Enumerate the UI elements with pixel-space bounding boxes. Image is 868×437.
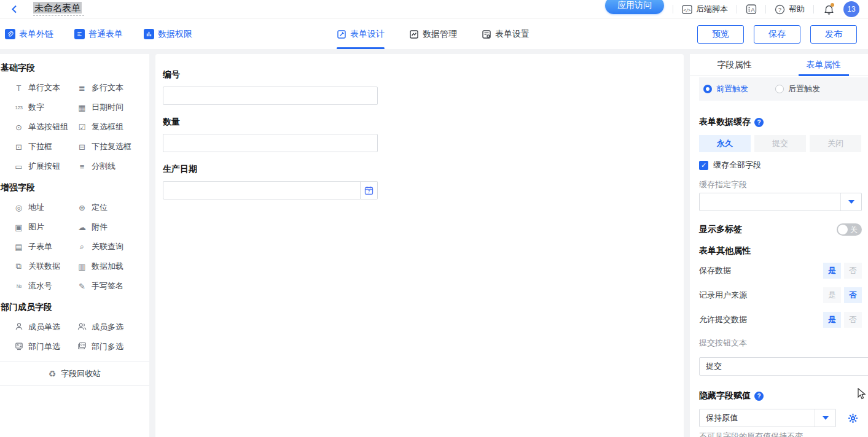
field-input-number-id[interactable] [163,87,378,105]
app-access-button[interactable]: 应用访问 [605,0,664,14]
help-icon: ? [775,4,785,15]
form-title[interactable]: 未命名表单 [33,2,82,14]
back-button[interactable] [9,3,21,15]
field-item-address[interactable]: ◎地址 [14,198,77,217]
field-item-multi-select[interactable]: ⊟下拉复选框 [77,137,149,157]
field-input-quantity[interactable] [163,134,378,152]
field-item-linked-data[interactable]: ⧉关联数据 [14,257,77,276]
canvas-field-quantity[interactable]: 数量 [163,117,684,152]
toggle-state-label: 关 [850,225,858,235]
no-badge[interactable]: 否 [844,312,862,328]
field-item-radio-group[interactable]: ⊙单选按钮组 [14,117,77,137]
field-item-member-multi[interactable]: 成员多选 [77,317,149,337]
field-item-subform[interactable]: ▤子表单 [14,237,77,257]
field-item-member-single[interactable]: 成员单选 [14,317,77,337]
divider [737,5,737,14]
field-item-multi-line-text[interactable]: ≣多行文本 [77,78,149,98]
section-title-member-fields: 部门成员字段 [0,302,149,313]
segment-permanent[interactable]: 永久 [699,135,751,152]
radio-post-trigger[interactable]: 后置触发 [775,83,820,95]
section-title-enhanced-fields: 增强字段 [0,182,149,193]
tab-form-design[interactable]: 表单设计 [337,19,385,49]
language-button[interactable]: A [746,4,757,14]
svg-text:A: A [751,7,754,13]
radio-selected-icon [703,85,712,93]
address-icon: ◎ [14,203,24,212]
notifications-button[interactable] [823,3,835,15]
cache-specify-select[interactable] [699,193,862,211]
no-badge[interactable]: 否 [844,263,862,279]
hidden-assign-select[interactable]: 保持原值 [699,409,836,427]
submit-button-text-label: 提交按钮文本 [699,338,862,349]
single-line-text-icon: T [14,83,24,93]
segment-close[interactable]: 关闭 [810,135,861,152]
canvas-field-production-date[interactable]: 生产日期 7 [163,164,684,199]
field-recycle-bin[interactable]: ♻ 字段回收站 [0,362,149,386]
tab-field-properties[interactable]: 字段属性 [690,54,779,75]
field-item-data-load[interactable]: ▥数据加载 [77,257,149,276]
field-item-number[interactable]: 123数字 [14,98,77,117]
canvas-field-number-id[interactable]: 编号 [163,69,684,105]
multi-tab-toggle[interactable]: 关 [837,223,862,236]
field-item-select[interactable]: ⊡下拉框 [14,137,77,157]
cache-all-fields-checkbox[interactable]: ✓ 缓存全部字段 [699,160,862,171]
help-tooltip-icon[interactable]: ? [754,392,764,401]
publish-button[interactable]: 发布 [810,25,857,44]
svg-text:?: ? [778,6,781,13]
tab-form-external-link[interactable]: 表单外链 [5,29,53,40]
field-item-datetime[interactable]: ▦日期时间 [77,98,149,117]
location-icon: ⊕ [77,203,87,212]
tab-data-management[interactable]: 数据管理 [409,19,457,49]
department-icon [14,342,24,352]
field-label: 生产日期 [163,164,684,175]
radio-unselected-icon [775,85,784,93]
field-item-extend-button[interactable]: ▭扩展按钮 [14,157,77,176]
submit-button-text-input[interactable] [699,357,868,376]
tab-form-settings[interactable]: 表单设置 [482,19,530,49]
avatar[interactable]: 13 [843,1,859,17]
field-item-linked-query[interactable]: ⌕关联查询 [77,237,149,257]
field-item-dept-single[interactable]: 部门单选 [14,337,77,357]
section-title-basic-fields: 基础字段 [0,63,149,74]
option-label: 允许提交数据 [699,314,747,325]
field-item-single-line-text[interactable]: T单行文本 [14,78,77,98]
yes-badge[interactable]: 是 [823,312,841,328]
segment-submit[interactable]: 提交 [754,135,806,152]
field-item-dept-multi[interactable]: 部门多选 [77,337,149,357]
field-item-image[interactable]: ▣图片 [14,217,77,237]
tab-form-properties[interactable]: 表单属性 [779,54,868,75]
yes-badge[interactable]: 是 [823,287,841,303]
field-input-production-date[interactable] [163,181,361,199]
divider [813,5,814,14]
svg-text:7: 7 [368,190,370,194]
date-picker-button[interactable]: 7 [361,181,378,199]
checkbox-icon: ☑ [77,123,87,132]
field-item-attachment[interactable]: ☁附件 [77,217,149,237]
help-button[interactable]: ? 帮助 [775,4,805,15]
hidden-assign-settings-button[interactable] [843,409,862,427]
calendar-icon: ▦ [77,103,87,112]
form-title-editor[interactable]: 未命名表单 [33,2,84,16]
tab-data-permission[interactable]: 数据权限 [144,29,192,40]
save-button[interactable]: 保存 [754,25,800,44]
field-item-location[interactable]: ⊕定位 [77,198,149,217]
no-badge[interactable]: 否 [844,287,862,303]
language-icon: A [746,4,757,14]
tab-normal-form[interactable]: 普通表单 [74,29,123,40]
radio-pre-trigger[interactable]: 前置触发 [703,83,748,95]
field-item-serial-number[interactable]: №流水号 [14,276,77,296]
form-design-canvas[interactable]: 编号 数量 生产日期 7 [155,54,684,437]
preview-button[interactable]: 预览 [697,25,744,44]
chevron-down-icon [848,200,854,204]
help-tooltip-icon[interactable]: ? [754,118,764,127]
backend-script-button[interactable]: </> 后端脚本 [682,4,728,15]
field-item-divider-line[interactable]: ≡分割线 [77,157,149,176]
panel-tabs: 字段属性 表单属性 [690,54,868,76]
field-item-checkbox-group[interactable]: ☑复选框组 [77,117,149,137]
link-icon [5,29,15,39]
signature-icon: ✎ [77,282,87,291]
yes-badge[interactable]: 是 [823,263,841,279]
field-item-signature[interactable]: ✎手写签名 [77,276,149,296]
properties-panel: 字段属性 表单属性 前置触发 后置触发 表单数据缓存 ? 永久 提交 [690,54,868,437]
option-row-record-user-source: 记录用户来源 是 否 [699,287,862,303]
